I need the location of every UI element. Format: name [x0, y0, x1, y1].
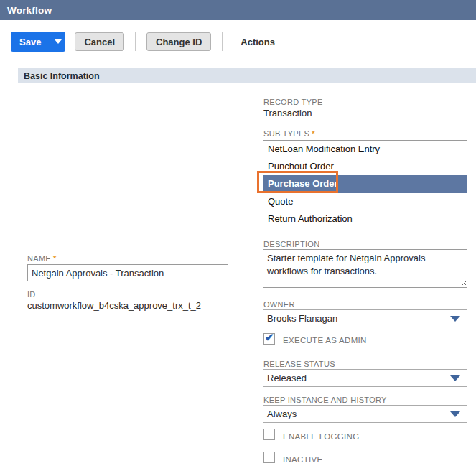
chevron-down-icon: [450, 316, 460, 322]
execute-as-admin-label: EXECUTE AS ADMIN: [283, 336, 367, 345]
id-value: customworkflow_b4cska_approve_trx_t_2: [27, 300, 201, 311]
sub-types-label: SUB TYPES*: [263, 129, 315, 138]
section-title: Basic Information: [18, 71, 100, 81]
enable-logging-checkbox[interactable]: [263, 429, 275, 440]
chevron-down-icon: [55, 39, 62, 44]
chevron-down-icon: [450, 375, 460, 381]
subtype-option[interactable]: Return Authorization: [263, 210, 467, 228]
save-split-button: Save: [11, 32, 65, 52]
release-status-label: RELEASE STATUS: [263, 360, 335, 368]
inactive-checkbox[interactable]: [263, 452, 275, 463]
workflow-page: Workflow Save Cancel Change ID Actions B…: [0, 0, 476, 476]
toolbar: Save Cancel Change ID Actions: [11, 32, 275, 52]
record-type-label: RECORD TYPE: [263, 98, 323, 106]
subtype-option[interactable]: NetLoan Modification Entry: [263, 141, 467, 158]
subtype-option[interactable]: Punchout Order: [263, 158, 467, 175]
keep-instance-dropdown[interactable]: Always: [263, 405, 467, 423]
inactive-label: INACTIVE: [283, 455, 322, 464]
release-status-dropdown[interactable]: Released: [263, 369, 467, 387]
required-asterisk: *: [312, 129, 315, 138]
subtype-option[interactable]: Quote: [263, 193, 467, 210]
description-label: DESCRIPTION: [263, 240, 319, 248]
save-button[interactable]: Save: [11, 32, 50, 52]
sub-types-listbox[interactable]: NetLoan Modification Entry Punchout Orde…: [263, 140, 467, 228]
owner-dropdown[interactable]: Brooks Flanagan: [263, 309, 467, 327]
toolbar-divider: [135, 32, 136, 51]
cancel-button[interactable]: Cancel: [75, 32, 124, 51]
toolbar-divider: [222, 32, 223, 51]
record-type-value: Transaction: [263, 108, 312, 118]
description-textarea[interactable]: Starter template for Netgain Approvals w…: [263, 249, 467, 288]
required-asterisk: *: [53, 254, 57, 263]
name-label: NAME*: [27, 254, 57, 263]
id-label: ID: [27, 290, 36, 299]
change-id-button[interactable]: Change ID: [146, 32, 211, 51]
save-dropdown-button[interactable]: [50, 32, 65, 52]
chevron-down-icon: [450, 411, 460, 417]
name-input[interactable]: [27, 264, 228, 281]
enable-logging-label: ENABLE LOGGING: [283, 432, 359, 441]
owner-dropdown-value: Brooks Flanagan: [263, 313, 337, 324]
page-title-bar: Workflow: [0, 0, 476, 20]
keep-instance-dropdown-value: Always: [263, 409, 297, 419]
release-status-dropdown-value: Released: [263, 373, 307, 383]
owner-label: OWNER: [263, 300, 295, 309]
subtype-option-selected[interactable]: Purchase Order: [263, 175, 467, 192]
actions-menu[interactable]: Actions: [241, 37, 275, 47]
execute-as-admin-checkbox[interactable]: [263, 333, 275, 345]
keep-instance-label: KEEP INSTANCE AND HISTORY: [263, 396, 387, 404]
basic-information-section-header: Basic Information: [18, 68, 476, 83]
page-title: Workflow: [0, 5, 52, 16]
